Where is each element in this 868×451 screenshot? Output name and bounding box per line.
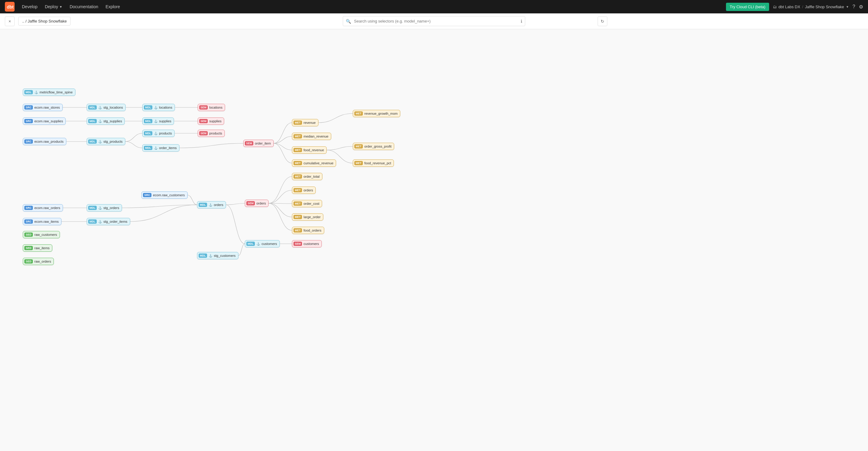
nav-deploy[interactable]: Deploy ▼ [45,4,62,9]
badge-ecom_raw_orders: SRC [24,206,33,210]
node-supplies_sem[interactable]: SEMsupplies [198,117,224,125]
badge-median_revenue: MET [293,134,302,139]
connection-stg_products-products_mdl [125,133,142,142]
nav-right: Try Cloud CLI (beta) 🗂 dbt Labs DX / Jaf… [726,3,863,11]
node-stg_customers[interactable]: MDL⚓stg_customers [197,252,239,259]
node-revenue[interactable]: METrevenue [292,119,318,126]
node-raw_orders[interactable]: SEDraw_orders [23,258,54,265]
help-button[interactable]: ? [852,4,855,9]
node-ecom_raw_orders[interactable]: SRCecom.raw_orders [23,204,63,211]
anchor-icon-stg_products: ⚓ [98,140,102,143]
node-stg_orders[interactable]: MDL⚓stg_orders [87,204,122,211]
node-food_revenue_pct[interactable]: METfood_revenue_pct [353,159,394,167]
label-food_revenue_pct: food_revenue_pct [364,161,391,165]
badge-raw_items: SED [24,246,33,250]
node-order_item_sem[interactable]: SEMorder_item [243,140,274,147]
dbt-logo-icon: dbt [5,2,14,11]
node-median_revenue[interactable]: METmedian_revenue [292,133,331,140]
logo[interactable]: dbt [5,2,14,11]
node-revenue_growth_mom[interactable]: METrevenue_growth_mom [353,110,400,117]
node-locations_mdl[interactable]: MDL⚓locations [142,104,175,111]
node-stg_supplies[interactable]: MDL⚓stg_supplies [87,117,125,125]
label-order_gross_profit: order_gross_profit [364,145,392,148]
label-large_order: large_order [304,215,320,219]
search-input[interactable] [343,16,525,26]
label-stg_orders: stg_orders [103,206,119,210]
refresh-button[interactable]: ↻ [598,17,607,26]
badge-supplies_sem: SEM [199,119,208,123]
anchor-icon-products_mdl: ⚓ [154,132,158,135]
try-cloud-button[interactable]: Try Cloud CLI (beta) [726,3,769,11]
badge-food_revenue_pct: MET [354,161,363,165]
anchor-icon-stg_locations: ⚓ [98,106,102,109]
canvas: MDL⚓metricflow_time_spineSRCecom.raw_sto… [0,29,868,451]
workspace-selector[interactable]: 🗂 dbt Labs DX / Jaffle Shop Snowflake ▼ [773,5,849,9]
badge-stg_products: MDL [88,139,97,144]
badge-orders_mdl: MDL [198,203,207,207]
search-info-icon[interactable]: ℹ [521,19,522,24]
connection-order_item_sem-revenue [274,123,292,143]
nav-explore[interactable]: Explore [105,4,120,9]
node-large_order[interactable]: METlarge_order [292,213,323,221]
node-order_items_mdl[interactable]: MDL⚓order_items [142,144,180,152]
connection-orders_sem-orders_met [269,190,292,203]
badge-ecom_raw_items: SRC [24,219,33,224]
label-ecom_raw_products: ecom.raw_products [34,140,64,143]
node-products_sem[interactable]: SEMproducts [198,130,225,137]
node-raw_customers[interactable]: SEDraw_customers [23,231,60,238]
label-supplies_sem: supplies [209,119,221,123]
nav-develop[interactable]: Develop [22,4,37,9]
label-supplies_mdl: supplies [159,119,171,123]
node-food_revenue[interactable]: METfood_revenue [292,146,327,154]
node-order_cost[interactable]: METorder_cost [292,200,322,207]
close-button[interactable]: × [5,17,14,26]
badge-revenue_growth_mom: MET [354,111,363,116]
node-orders_sem[interactable]: SEMorders [245,200,269,207]
settings-button[interactable]: ⚙ [859,4,863,10]
anchor-icon-stg_order_items: ⚓ [98,220,102,223]
connection-orders_sem-order_cost [269,203,292,204]
badge-metricflow_time_spine: MDL [24,90,33,94]
anchor-icon-stg_supplies: ⚓ [98,120,102,123]
node-stg_products[interactable]: MDL⚓stg_products [87,138,125,145]
node-orders_mdl[interactable]: MDL⚓orders [197,201,226,208]
anchor-icon-locations_mdl: ⚓ [154,106,158,109]
node-locations_sem[interactable]: SEMlocations [198,104,225,111]
connection-orders_sem-large_order [269,203,292,217]
badge-stg_locations: MDL [88,105,97,110]
label-revenue: revenue [304,121,316,124]
node-ecom_raw_stores[interactable]: SRCecom.raw_stores [23,104,63,111]
node-products_mdl[interactable]: MDL⚓products [142,130,175,137]
anchor-icon-stg_orders: ⚓ [98,206,102,210]
node-raw_items[interactable]: SEDraw_items [23,244,52,252]
node-order_total[interactable]: METorder_total [292,173,322,180]
badge-food_orders: MET [293,228,302,233]
anchor-icon-order_items_mdl: ⚓ [154,146,158,150]
badge-ecom_raw_supplies: SRC [24,119,33,123]
label-locations_sem: locations [209,106,222,109]
label-products_sem: products [209,131,222,135]
label-raw_items: raw_items [34,246,50,250]
badge-products_sem: SEM [199,131,208,136]
label-stg_supplies: stg_supplies [103,119,122,123]
badge-order_item_sem: SEM [245,141,253,146]
node-supplies_mdl[interactable]: MDL⚓supplies [142,117,174,125]
node-orders_met[interactable]: METorders [292,186,316,194]
node-stg_order_items[interactable]: MDL⚓stg_order_items [87,218,130,225]
node-ecom_raw_products[interactable]: SRCecom.raw_products [23,138,66,145]
node-order_gross_profit[interactable]: METorder_gross_profit [353,143,394,150]
node-ecom_raw_customers[interactable]: SRCecom.raw_customers [142,191,188,199]
node-ecom_raw_supplies[interactable]: SRCecom.raw_supplies [23,117,66,125]
connection-order_item_sem-food_revenue [274,143,292,150]
connection-revenue-revenue_growth_mom [318,114,353,123]
workspace-dropdown-icon: ▼ [846,5,849,8]
node-cumulative_revenue[interactable]: METcumulative_revenue [292,159,336,167]
node-food_orders[interactable]: METfood_orders [292,227,324,234]
node-customers_mdl[interactable]: MDL⚓customers [245,240,280,247]
node-metricflow_time_spine[interactable]: MDL⚓metricflow_time_spine [23,89,75,96]
node-customers_sem[interactable]: SEMcustomers [292,240,322,247]
nav-documentation[interactable]: Documentation [70,4,98,9]
node-ecom_raw_items[interactable]: SRCecom.raw_items [23,218,61,225]
anchor-icon-metricflow_time_spine: ⚓ [34,91,38,94]
node-stg_locations[interactable]: MDL⚓stg_locations [87,104,126,111]
